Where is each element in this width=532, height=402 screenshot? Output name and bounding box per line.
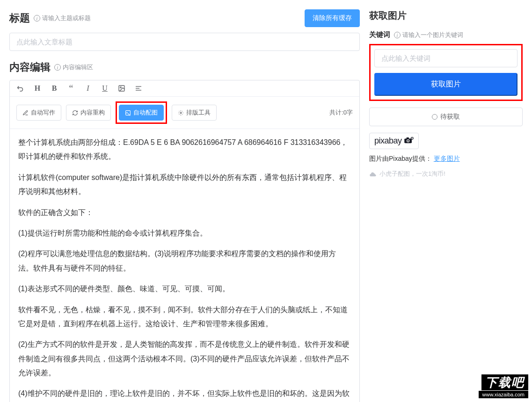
highlight-keyword-box: 获取图片 [369, 44, 523, 101]
fetch-image-button[interactable]: 获取图片 [374, 73, 517, 96]
quote-icon[interactable]: “ [67, 84, 75, 93]
info-icon: i [34, 15, 40, 22]
content-paragraph: (1)提供运行时所需功能和性能的命令或计算机程序集合。 [18, 226, 351, 240]
title-header: 标题 i 请输入主题或标题 清除所有缓存 [9, 9, 360, 27]
title-label: 标题 i 请输入主题或标题 [9, 11, 91, 25]
editor: H B “ I U 自动写作 [9, 80, 360, 402]
keyword-label: 关键词 i 请输入一个图片关键词 [369, 30, 523, 39]
content-paragraph: 软件看不见，无色，枯燥，看不见，摸不到，闻不到。软件大部分存在于人们的头脑或纸上… [18, 303, 351, 331]
bold-icon[interactable]: B [50, 84, 58, 93]
content-paragraph: (1)表达形式不同的硬件类型、颜色、味道、可见、可摸、可闻。 [18, 282, 351, 296]
content-paragraph: (4)维护不同的硬件是旧的，理论上软件是旧的，并不坏，但实际上软件也是旧的和坏的… [18, 387, 351, 402]
attribution: 图片由Pixabay提供： 更多图片 [369, 155, 523, 163]
action-toolbar: 自动写作 内容重构 自动配图 排版工具 [10, 97, 359, 129]
image-icon[interactable] [117, 84, 126, 93]
auto-write-button[interactable]: 自动写作 [16, 105, 61, 121]
heading-icon[interactable]: H [33, 84, 42, 93]
auto-image-button[interactable]: 自动配图 [119, 105, 164, 121]
svg-point-1 [120, 87, 122, 88]
title-input[interactable] [9, 33, 360, 51]
clear-cache-button[interactable]: 清除所有缓存 [305, 9, 360, 27]
content-header: 内容编辑 i 内容编辑区 [9, 60, 360, 74]
svg-rect-8 [406, 137, 408, 139]
content-paragraph: (2)程序可以满意地处理信息的数据结构。(3)说明程序功能要求和程序需要的文档的… [18, 247, 351, 275]
keyword-input[interactable] [374, 49, 517, 67]
content-paragraph: 软件的正确含义如下： [18, 206, 351, 220]
word-count: 共计:0字 [329, 108, 353, 117]
align-icon[interactable] [134, 84, 143, 93]
svg-point-6 [180, 112, 182, 113]
pixabay-badge: pixabay [369, 133, 419, 149]
content-paragraph: (2)生产方式不同的软件是开发，是人类智能的高发挥，而不是传统意义上的硬件制造。… [18, 337, 351, 380]
editor-content[interactable]: 整个计算机系统由两部分组成：E.69DA 5 E 6 BA 9062616964… [10, 129, 359, 402]
content-hint: i 内容编辑区 [54, 63, 93, 72]
side-title: 获取图片 [369, 9, 523, 22]
content-label: 内容编辑 i 内容编辑区 [9, 60, 93, 74]
svg-point-10 [407, 140, 409, 142]
info-icon: i [54, 64, 61, 71]
content-paragraph: 计算机软件(computer software)是指计算机系统中除硬件以外的所有… [18, 171, 351, 199]
status-button[interactable]: 待获取 [369, 108, 523, 126]
info-icon: i [394, 32, 401, 38]
status-circle-icon [432, 114, 437, 120]
tip-line: 小虎子配图，一次1淘币! [369, 170, 523, 178]
title-hint: i 请输入主题或标题 [34, 14, 91, 22]
layout-tool-button[interactable]: 排版工具 [172, 105, 217, 121]
cloud-icon [369, 171, 377, 177]
more-images-link[interactable]: 更多图片 [434, 155, 460, 162]
format-toolbar: H B “ I U [10, 80, 359, 97]
watermark: 下载吧 www.xiazaiba.com [479, 374, 528, 398]
restructure-button[interactable]: 内容重构 [66, 105, 111, 121]
content-paragraph: 整个计算机系统由两部分组成：E.69DA 5 E 6 BA 9062616964… [18, 136, 351, 164]
undo-icon[interactable] [16, 84, 25, 93]
highlight-auto-image: 自动配图 [116, 101, 167, 124]
svg-point-11 [411, 137, 413, 139]
underline-icon[interactable]: U [101, 84, 109, 93]
italic-icon[interactable]: I [84, 84, 92, 93]
